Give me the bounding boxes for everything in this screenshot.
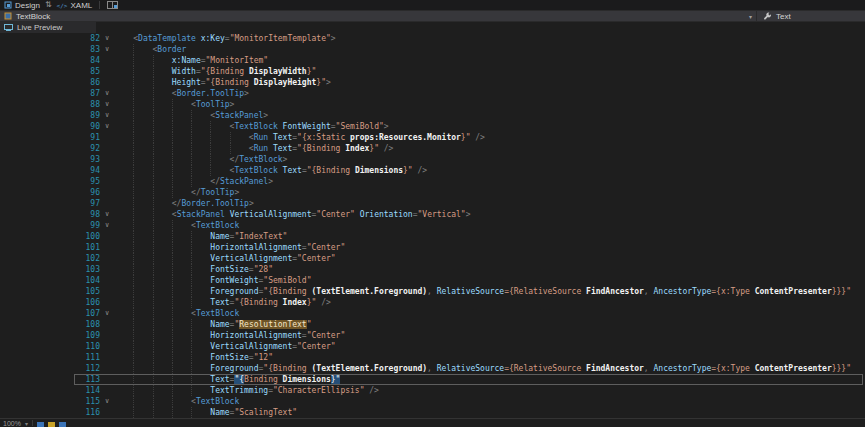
fold-gutter xyxy=(100,297,114,308)
line-number: 107 xyxy=(0,308,100,319)
code-text: <StackPanel VerticalAlignment="Center" O… xyxy=(114,209,865,220)
fold-gutter xyxy=(100,198,114,209)
code-text: Text="{Binding Dimensions}" xyxy=(114,374,865,385)
fold-gutter xyxy=(100,132,114,143)
fold-chevron-icon[interactable]: ∨ xyxy=(100,209,114,220)
fold-chevron-icon[interactable]: ∨ xyxy=(100,110,114,121)
live-preview-button[interactable]: Live Preview xyxy=(0,22,96,33)
code-line[interactable]: 82∨<DataTemplate x:Key="MonitorItemTempl… xyxy=(0,33,865,44)
code-text: Height="{Binding DisplayHeight}"> xyxy=(114,77,865,88)
live-preview-label: Live Preview xyxy=(17,23,62,32)
status-icon-blue[interactable] xyxy=(37,422,44,427)
line-number: 111 xyxy=(0,352,100,363)
code-line[interactable]: 112Foreground="{Binding (TextElement.For… xyxy=(0,363,865,374)
code-line[interactable]: 87∨<Border.ToolTip> xyxy=(0,88,865,99)
wrench-icon xyxy=(763,12,772,21)
code-line[interactable]: 99∨<TextBlock xyxy=(0,220,865,231)
designer-toolbar: Design ⇅ </> XAML xyxy=(0,0,865,11)
code-line[interactable]: 105Foreground="{Binding (TextElement.For… xyxy=(0,286,865,297)
fold-chevron-icon[interactable]: ∨ xyxy=(100,99,114,110)
code-line[interactable]: 103FontSize="28" xyxy=(0,264,865,275)
code-line[interactable]: 83∨<Border xyxy=(0,44,865,55)
code-line[interactable]: 106Text="{Binding Index}" /> xyxy=(0,297,865,308)
code-text: <TextBlock xyxy=(114,396,865,407)
line-number: 116 xyxy=(0,407,100,418)
fold-gutter xyxy=(100,374,114,385)
code-text: </Border.ToolTip> xyxy=(114,198,865,209)
property-combobox-value: Text xyxy=(776,12,791,21)
fold-chevron-icon[interactable]: ∨ xyxy=(100,396,114,407)
line-number: 97 xyxy=(0,198,100,209)
property-combobox[interactable]: Text xyxy=(757,11,865,21)
fold-chevron-icon[interactable]: ∨ xyxy=(100,121,114,132)
line-number: 94 xyxy=(0,165,100,176)
navigation-bar: TextBlock ▾ Text xyxy=(0,11,865,22)
code-line[interactable]: 113Text="{Binding Dimensions}" xyxy=(0,374,865,385)
chevron-down-icon[interactable]: ▾ xyxy=(749,13,752,20)
code-text: <StackPanel> xyxy=(114,110,865,121)
status-icon-blue-2[interactable] xyxy=(59,422,66,427)
element-combobox[interactable]: TextBlock ▾ xyxy=(0,11,757,21)
code-line[interactable]: 86Height="{Binding DisplayHeight}"> xyxy=(0,77,865,88)
line-number: 115 xyxy=(0,396,100,407)
line-number: 91 xyxy=(0,132,100,143)
code-line[interactable]: 104FontWeight="SemiBold" xyxy=(0,275,865,286)
code-text: Name="IndexText" xyxy=(114,231,865,242)
code-line[interactable]: 84x:Name="MonitorItem" xyxy=(0,55,865,66)
status-icon-yellow[interactable] xyxy=(48,422,55,427)
design-view-label: Design xyxy=(15,1,40,10)
fold-gutter xyxy=(100,330,114,341)
fold-chevron-icon[interactable]: ∨ xyxy=(100,308,114,319)
code-line[interactable]: 108Name="ResolutionText" xyxy=(0,319,865,330)
editor-status-strip: 100% ▾ xyxy=(0,418,865,427)
code-text: <TextBlock FontWeight="SemiBold"> xyxy=(114,121,865,132)
code-area[interactable]: 82∨<DataTemplate x:Key="MonitorItemTempl… xyxy=(0,33,865,418)
fold-chevron-icon[interactable]: ∨ xyxy=(100,33,114,44)
code-text: FontWeight="SemiBold" xyxy=(114,275,865,286)
code-text: </TextBlock> xyxy=(114,154,865,165)
line-number: 89 xyxy=(0,110,100,121)
code-line[interactable]: 107∨<TextBlock xyxy=(0,308,865,319)
code-text: Name="ResolutionText" xyxy=(114,319,865,330)
code-line[interactable]: 88∨<ToolTip> xyxy=(0,99,865,110)
code-line[interactable]: 90∨<TextBlock FontWeight="SemiBold"> xyxy=(0,121,865,132)
fold-gutter xyxy=(100,187,114,198)
fold-gutter xyxy=(100,77,114,88)
xaml-view-button[interactable]: </> XAML xyxy=(57,1,93,10)
code-line[interactable]: 96</ToolTip> xyxy=(0,187,865,198)
code-line[interactable]: 97</Border.ToolTip> xyxy=(0,198,865,209)
fold-chevron-icon[interactable]: ∨ xyxy=(100,88,114,99)
code-text: FontSize="12" xyxy=(114,352,865,363)
code-line[interactable]: 92<Run Text="{Binding Index}" /> xyxy=(0,143,865,154)
code-line[interactable]: 98∨<StackPanel VerticalAlignment="Center… xyxy=(0,209,865,220)
code-line[interactable]: 116Name="ScalingText" xyxy=(0,407,865,418)
code-text: HorizontalAlignment="Center" xyxy=(114,242,865,253)
code-line[interactable]: 110VerticalAlignment="Center" xyxy=(0,341,865,352)
code-line[interactable]: 95</StackPanel> xyxy=(0,176,865,187)
element-icon xyxy=(4,12,12,20)
fold-chevron-icon[interactable]: ∨ xyxy=(100,44,114,55)
code-line[interactable]: 91<Run Text="{x:Static props:Resources.M… xyxy=(0,132,865,143)
code-line[interactable]: 94<TextBlock Text="{Binding Dimensions}"… xyxy=(0,165,865,176)
line-number: 102 xyxy=(0,253,100,264)
code-line[interactable]: 93</TextBlock> xyxy=(0,154,865,165)
code-line[interactable]: 109HorizontalAlignment="Center" xyxy=(0,330,865,341)
code-line[interactable]: 100Name="IndexText" xyxy=(0,231,865,242)
code-text: </StackPanel> xyxy=(114,176,865,187)
fold-chevron-icon[interactable]: ∨ xyxy=(100,220,114,231)
code-line[interactable]: 114TextTrimming="CharacterEllipsis" /> xyxy=(0,385,865,396)
line-number: 103 xyxy=(0,264,100,275)
zoom-chevron-icon[interactable]: ▾ xyxy=(25,420,28,427)
design-view-button[interactable]: Design xyxy=(4,1,40,10)
code-line[interactable]: 85Width="{Binding DisplayWidth}" xyxy=(0,66,865,77)
swap-panes-icon[interactable]: ⇅ xyxy=(45,1,52,9)
code-text: TextTrimming="CharacterEllipsis" /> xyxy=(114,385,865,396)
code-line[interactable]: 89∨<StackPanel> xyxy=(0,110,865,121)
zoom-level[interactable]: 100% xyxy=(3,420,21,427)
code-line[interactable]: 115∨<TextBlock xyxy=(0,396,865,407)
code-line[interactable]: 102VerticalAlignment="Center" xyxy=(0,253,865,264)
split-view-icon[interactable] xyxy=(107,1,118,9)
code-line[interactable]: 111FontSize="12" xyxy=(0,352,865,363)
code-line[interactable]: 101HorizontalAlignment="Center" xyxy=(0,242,865,253)
line-number: 101 xyxy=(0,242,100,253)
